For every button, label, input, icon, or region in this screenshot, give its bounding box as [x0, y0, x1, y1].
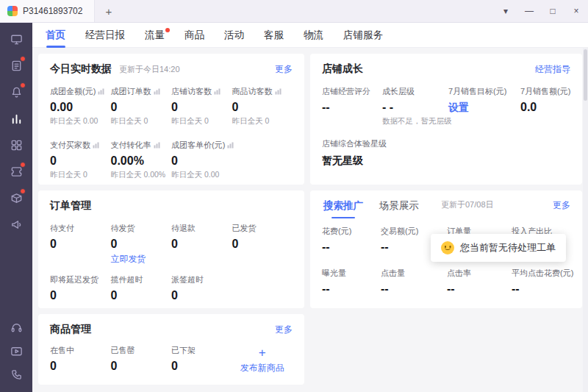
- scrollbar-thumb[interactable]: [584, 49, 587, 101]
- metric-value: 0: [171, 154, 232, 168]
- tab-campaigns[interactable]: 活动: [224, 23, 244, 48]
- minimize-button[interactable]: —: [517, 0, 541, 22]
- mini-chart-icon[interactable]: [227, 142, 234, 149]
- sidebar-item-inventory[interactable]: [0, 185, 32, 211]
- metric-label: 成团订单数: [111, 86, 151, 97]
- sidebar-item-notifications[interactable]: [0, 79, 32, 105]
- metric-label: 店铺访客数: [171, 86, 212, 97]
- metric-label: 7月销售目标(元): [448, 86, 506, 97]
- mini-chart-icon[interactable]: [154, 142, 160, 149]
- tab-label: 客服: [264, 29, 284, 42]
- mini-chart-icon[interactable]: [214, 88, 220, 95]
- more-link[interactable]: 更多: [553, 199, 570, 212]
- publish-label: 发布新商品: [240, 362, 284, 374]
- metric-label: 已下架: [171, 345, 196, 356]
- toast-text: 您当前暂无待处理工单: [460, 241, 556, 254]
- metric-label: 待退款: [171, 223, 196, 234]
- new-tab-button[interactable]: +: [105, 6, 112, 17]
- sidebar-item-phone[interactable]: [0, 363, 32, 386]
- tab-home[interactable]: 首页: [46, 23, 65, 48]
- metric-value: 0: [171, 238, 232, 251]
- tab-title: P31461893702: [23, 6, 82, 16]
- set-target-link[interactable]: 设置: [448, 101, 520, 115]
- tab-label: 物流: [304, 29, 323, 42]
- metric-value: 0: [171, 289, 232, 302]
- mini-chart-icon[interactable]: [93, 142, 99, 149]
- metric-value: 0: [171, 101, 232, 114]
- metric-value: - -: [382, 101, 448, 114]
- tab-label: 经营日报: [85, 29, 125, 42]
- maximize-button[interactable]: □: [541, 0, 564, 22]
- sidebar-item-marketing[interactable]: [0, 158, 32, 185]
- metric-paying-buyers: 支付买家数 0 昨日全天 0: [50, 140, 111, 180]
- metric-value: 0: [111, 238, 172, 251]
- card-title: 店铺成长: [322, 63, 363, 76]
- metric-value: --: [512, 282, 570, 296]
- metric-value: 0: [232, 238, 293, 251]
- more-link[interactable]: 更多: [275, 63, 293, 76]
- tab-traffic[interactable]: 流量: [145, 23, 165, 48]
- metric-value: --: [322, 101, 382, 114]
- metric-deal-amount: 成团金额(元) 0.00 昨日全天 0.00: [50, 86, 111, 126]
- plus-icon: +: [259, 346, 266, 359]
- sidebar-item-analytics[interactable]: [0, 105, 32, 132]
- more-link[interactable]: 更多: [275, 324, 293, 336]
- metric-label: 即将延迟发货: [50, 274, 98, 285]
- metric-delisted: 已下架 0: [171, 345, 232, 375]
- tab-products[interactable]: 商品: [184, 23, 204, 48]
- session-tab[interactable]: P31461893702: [0, 0, 95, 22]
- product-management-card: 商品管理 更多 在售中 0 已售罄 0: [38, 314, 304, 385]
- apps-icon: [10, 138, 24, 152]
- support-icon: [10, 321, 24, 335]
- announcement-icon: [10, 218, 24, 232]
- metric-yesterday: 昨日全天 0.00: [171, 170, 232, 180]
- metric-delivery-timeout: 派签超时 0: [171, 274, 232, 304]
- business-guide-link[interactable]: 经营指导: [535, 63, 570, 76]
- metric-product-visitors: 商品访客数 0 昨日全天 0: [232, 86, 293, 126]
- sidebar-item-apps[interactable]: [0, 132, 32, 158]
- metric-label: 已售罄: [111, 345, 135, 356]
- tab-shop-services[interactable]: 店铺服务: [343, 23, 383, 48]
- mini-chart-icon[interactable]: [154, 88, 160, 95]
- today-realtime-card: 今日实时数据 更新于今日14:20 更多 成团金额(元) 0.00 昨日全天 0…: [38, 54, 304, 185]
- dashboard-content: 今日实时数据 更新于今日14:20 更多 成团金额(元) 0.00 昨日全天 0…: [32, 48, 588, 392]
- sidebar-item-support[interactable]: [0, 316, 32, 339]
- metric-pickup-timeout: 揽件超时 0: [111, 274, 172, 304]
- metric-label: 7月销售额(元): [520, 86, 570, 97]
- mini-chart-icon[interactable]: [98, 88, 104, 95]
- titlebar: P31461893702 + ▾ — □ ×: [0, 0, 588, 23]
- metric-yesterday: 昨日全天 0: [232, 116, 293, 126]
- ship-now-link[interactable]: 立即发货: [111, 253, 172, 266]
- metric-value: 0: [50, 154, 111, 168]
- tab-scene-display[interactable]: 场景展示: [378, 199, 420, 218]
- sidebar-item-announcement[interactable]: [0, 211, 32, 238]
- metric-ctr: 点击率 --: [447, 268, 512, 298]
- tab-label: 流量: [145, 29, 165, 42]
- metric-value: 0.0: [520, 101, 570, 114]
- tab-customer-service[interactable]: 客服: [264, 23, 284, 48]
- metric-value: 0: [50, 238, 111, 251]
- video-icon: [10, 344, 24, 358]
- metric-yesterday: 昨日全天 0: [111, 116, 172, 126]
- sidebar-item-video[interactable]: [0, 339, 32, 363]
- collapse-button[interactable]: ▾: [494, 0, 517, 22]
- mini-chart-icon[interactable]: [275, 88, 282, 95]
- notification-dot: [165, 28, 170, 32]
- publish-new-product-button[interactable]: + 发布新商品: [232, 345, 293, 375]
- close-button[interactable]: ×: [564, 0, 588, 22]
- metric-yesterday: 昨日全天 0: [171, 116, 232, 126]
- metric-value: --: [322, 282, 381, 296]
- tab-logistics[interactable]: 物流: [304, 23, 323, 48]
- card-title: 订单管理: [50, 199, 91, 213]
- metric-shop-visitors: 店铺访客数 0 昨日全天 0: [171, 86, 232, 126]
- metric-label: 店铺经营评分: [322, 86, 370, 97]
- star-value: 暂无星级: [322, 154, 570, 168]
- tab-search-promotion[interactable]: 搜索推广: [322, 199, 365, 218]
- metric-deal-orders: 成团订单数 0 昨日全天 0: [111, 86, 172, 126]
- tab-daily-report[interactable]: 经营日报: [85, 23, 125, 48]
- sidebar-item-orders[interactable]: [0, 52, 32, 79]
- metric-delay-soon: 即将延迟发货 0: [50, 274, 111, 304]
- sidebar-item-workbench[interactable]: [0, 26, 32, 52]
- notification-dot: [20, 188, 26, 194]
- metric-label: 支付转化率: [111, 140, 151, 151]
